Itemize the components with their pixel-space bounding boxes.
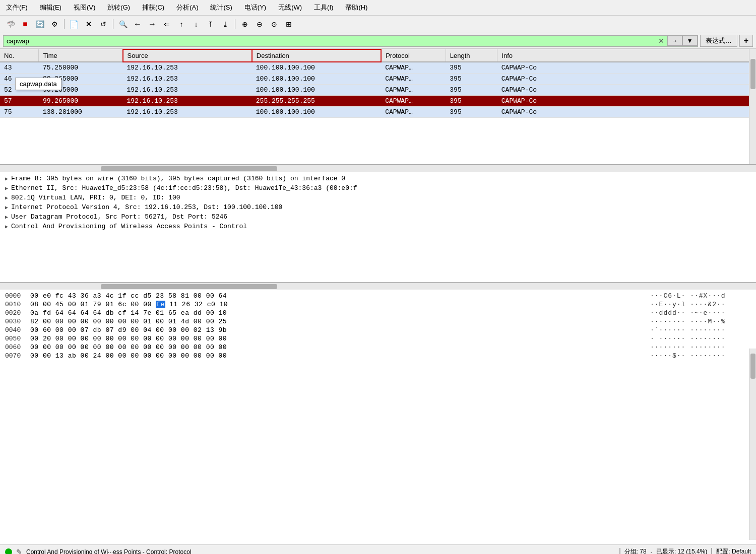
detail-row[interactable]: ▶Internet Protocol Version 4, Src: 192.1…	[0, 202, 756, 212]
next-btn[interactable]: →	[146, 18, 159, 31]
statusbar-main-text: Control And Provisioning of Wi···ess Poi…	[26, 548, 615, 555]
menu-help[interactable]: 帮助(H)	[343, 2, 369, 13]
filterbar: ✕ → ▼ 表达式… + capwap.data	[0, 33, 756, 49]
expand-triangle-icon[interactable]: ▶	[5, 224, 8, 230]
pkt-no: 57	[0, 96, 39, 107]
menu-stats[interactable]: 统计(S)	[208, 2, 234, 13]
filter-clear-btn[interactable]: ✕	[655, 36, 667, 46]
zoom-in-btn[interactable]: ⊕	[238, 18, 251, 31]
menu-tools[interactable]: 工具(I)	[312, 2, 335, 13]
hex-offset: 0070	[5, 352, 30, 360]
packet-row[interactable]: 5290.265000192.16.10.253100.100.100.100C…	[0, 85, 756, 96]
packet-list-container: No. Time Source Destination Protocol Len…	[0, 49, 756, 165]
statusbar-separator-2	[711, 548, 712, 555]
pkt-no: 75	[0, 107, 39, 118]
filter-plus-btn[interactable]: +	[739, 35, 753, 47]
hex-panel-vscroll-thumb[interactable]	[750, 354, 755, 379]
packet-list-vscroll[interactable]	[749, 49, 756, 164]
nav-up-btn[interactable]: ↑	[175, 18, 188, 31]
detail-row[interactable]: ▶User Datagram Protocol, Src Port: 56271…	[0, 212, 756, 222]
filter-arrow-btn[interactable]: →	[667, 36, 682, 46]
hex-panel-vscroll[interactable]	[749, 349, 756, 540]
packet-list-vscroll-thumb[interactable]	[750, 59, 755, 89]
menu-wireless[interactable]: 无线(W)	[276, 2, 304, 13]
zoom-out-btn[interactable]: ⊖	[253, 18, 266, 31]
detail-row[interactable]: ▶Frame 8: 395 bytes on wire (3160 bits),…	[0, 174, 756, 183]
pkt-proto: CAPWAP…	[381, 107, 446, 118]
nav-down-btn[interactable]: ↓	[190, 18, 203, 31]
hex-bytes: 00 e0 fc 43 36 a3 4c 1f cc d5 23 58 81 0…	[30, 292, 650, 300]
menu-capture[interactable]: 捕获(C)	[140, 2, 166, 13]
hex-offset: 0050	[5, 335, 30, 342]
statusbar-groups: 分组: 78	[624, 547, 647, 554]
reload-btn[interactable]: ↺	[97, 18, 110, 31]
filter-expr-btn[interactable]: 表达式…	[700, 35, 737, 47]
filter-autocomplete[interactable]: capwap.data	[15, 78, 61, 90]
hex-ascii: ·····$·· ········	[650, 352, 751, 360]
gear-btn[interactable]: ⚙	[48, 18, 61, 31]
packet-row[interactable]: 75138.281000192.16.10.253100.100.100.100…	[0, 107, 756, 118]
menu-view[interactable]: 视图(V)	[72, 2, 97, 13]
nav-back-btn[interactable]: ⇐	[160, 18, 173, 31]
menu-phone[interactable]: 电话(Y)	[242, 2, 268, 13]
packet-list-hscroll-thumb[interactable]	[101, 166, 277, 171]
edit-icon[interactable]: ✎	[16, 548, 22, 555]
close-file-btn[interactable]: ✕	[82, 18, 95, 31]
statusbar-config: 配置: Default	[716, 547, 751, 554]
expand-triangle-icon[interactable]: ▶	[5, 195, 8, 201]
find-btn[interactable]: 🔍	[116, 18, 130, 31]
menu-analyze[interactable]: 分析(A)	[174, 2, 200, 13]
hex-bytes: 00 00 00 00 00 00 00 00 00 00 00 00 00 0…	[30, 343, 650, 351]
pkt-len: 395	[446, 74, 497, 85]
packet-table: No. Time Source Destination Protocol Len…	[0, 49, 756, 118]
hex-offset: 0030	[5, 318, 30, 325]
filter-input-wrapper: ✕ → ▼	[3, 35, 698, 47]
col-destination-header: Destination	[252, 49, 381, 62]
detail-row[interactable]: ▶Control And Provisioning of Wireless Ac…	[0, 222, 756, 231]
hex-row: 000000 e0 fc 43 36 a3 4c 1f cc d5 23 58 …	[0, 292, 756, 300]
menu-file[interactable]: 文件(F)	[4, 2, 30, 13]
pkt-time: 138.281000	[39, 107, 123, 118]
prev-btn[interactable]: ←	[131, 18, 144, 31]
menu-jump[interactable]: 跳转(G)	[105, 2, 132, 13]
detail-panel: ▶Frame 8: 395 bytes on wire (3160 bits),…	[0, 172, 756, 283]
expand-triangle-icon[interactable]: ▶	[5, 214, 8, 220]
pkt-proto: CAPWAP…	[381, 96, 446, 107]
hex-bytes: 00 60 00 00 07 db 07 d9 00 04 00 00 00 0…	[30, 326, 650, 334]
filter-input[interactable]	[4, 36, 655, 46]
autocomplete-item[interactable]: capwap.data	[20, 80, 57, 88]
detail-row[interactable]: ▶Ethernet II, Src: HuaweiTe_d5:23:58 (4c…	[0, 183, 756, 193]
filter-dropdown-btn[interactable]: ▼	[682, 36, 698, 46]
pkt-time: 99.265000	[39, 96, 123, 107]
first-btn[interactable]: ⤒	[204, 18, 217, 31]
open-file-btn[interactable]: 📄	[68, 18, 81, 31]
hex-ascii: ········ ····M··%	[650, 318, 751, 325]
detail-panel-hscroll[interactable]	[0, 283, 756, 290]
expand-triangle-icon[interactable]: ▶	[5, 204, 8, 211]
expand-triangle-icon[interactable]: ▶	[5, 185, 8, 191]
packet-row[interactable]: 5799.265000192.16.10.253255.255.255.255C…	[0, 96, 756, 107]
last-btn[interactable]: ⤓	[219, 18, 232, 31]
hex-bytes: 00 20 00 00 00 00 00 00 00 00 00 00 00 0…	[30, 335, 650, 342]
hex-row: 004000 60 00 00 07 db 07 d9 00 04 00 00 …	[0, 326, 756, 334]
expand-triangle-icon[interactable]: ▶	[5, 176, 8, 182]
resize-cols-btn[interactable]: ⊞	[282, 18, 295, 31]
col-no-header: No.	[0, 49, 39, 62]
detail-row[interactable]: ▶802.1Q Virtual LAN, PRI: 0, DEI: 0, ID:…	[0, 193, 756, 202]
menu-edit[interactable]: 编辑(E)	[38, 2, 64, 13]
capture-status-icon	[5, 548, 12, 555]
hex-ascii: ·`······ ········	[650, 326, 751, 334]
restart-btn[interactable]: 🔄	[33, 18, 46, 31]
zoom-reset-btn[interactable]: ⊙	[268, 18, 281, 31]
stop-btn[interactable]: ■	[19, 18, 32, 31]
hex-row: 005000 20 00 00 00 00 00 00 00 00 00 00 …	[0, 334, 756, 343]
packet-row[interactable]: 4375.250000192.16.10.253100.100.100.100C…	[0, 62, 756, 74]
packet-list-hscroll[interactable]	[0, 165, 756, 172]
hex-row: 007000 00 13 ab 00 24 00 00 00 00 00 00 …	[0, 352, 756, 360]
packet-row[interactable]: 4680.265000192.16.10.253100.100.100.100C…	[0, 74, 756, 85]
col-time-header: Time	[39, 49, 123, 62]
packet-table-header: No. Time Source Destination Protocol Len…	[0, 49, 756, 62]
detail-panel-hscroll-thumb[interactable]	[101, 284, 277, 289]
pkt-len: 395	[446, 85, 497, 96]
shark-icon-btn[interactable]: 🦈	[4, 18, 17, 31]
